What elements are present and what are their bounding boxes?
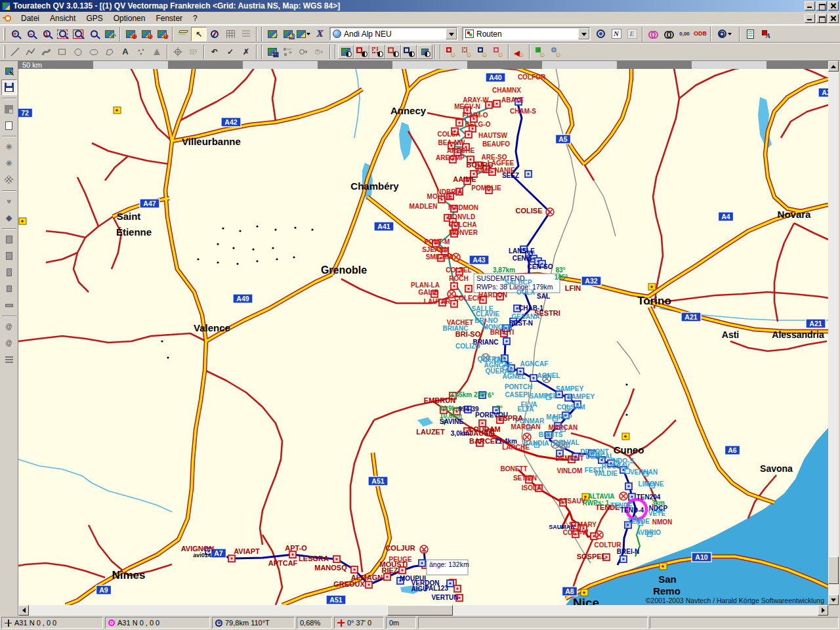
save-button[interactable] xyxy=(1,79,17,95)
draw-ellipse-button[interactable] xyxy=(86,45,102,59)
route-select-combo[interactable]: Routen xyxy=(462,27,591,41)
edit-track-button[interactable] xyxy=(443,45,459,59)
diamond-button[interactable]: ◆ xyxy=(1,210,17,226)
close-button[interactable] xyxy=(828,1,839,10)
guides-button[interactable] xyxy=(186,45,201,59)
close-map-button[interactable]: X xyxy=(312,27,327,41)
pattern1-button[interactable]: ✳ xyxy=(1,139,17,155)
zoom-select-button[interactable] xyxy=(54,27,70,41)
menu-item-ansicht[interactable]: Ansicht xyxy=(45,12,81,24)
toolbar-grip[interactable] xyxy=(3,28,5,41)
draw-symbol-button[interactable] xyxy=(149,45,165,59)
show-maps-button[interactable] xyxy=(338,45,354,59)
email1-button[interactable]: @ xyxy=(1,319,17,335)
menu-item-datei[interactable]: Datei xyxy=(16,12,45,24)
map-remove-all-button[interactable]: ⊖ xyxy=(154,27,170,41)
draw-rect-button[interactable] xyxy=(54,45,70,59)
block2-button[interactable] xyxy=(1,248,17,264)
combo-dropdown-button[interactable] xyxy=(446,28,457,39)
draw-text-button[interactable]: A xyxy=(117,45,133,59)
mdi-minimize-button[interactable] xyxy=(805,14,815,23)
scroll-left-button[interactable] xyxy=(18,605,29,616)
route-transfer-button[interactable] xyxy=(280,45,296,59)
favorites-button[interactable]: ♥ xyxy=(1,194,17,209)
apply-button[interactable]: ✓ xyxy=(222,45,238,59)
draw-polygon-button[interactable] xyxy=(102,45,117,59)
legend-button[interactable] xyxy=(238,27,254,41)
map-label-button[interactable] xyxy=(296,27,312,41)
zoom-link-button[interactable] xyxy=(296,45,312,59)
zoom-window-button[interactable] xyxy=(70,27,86,41)
draw-points-button[interactable] xyxy=(133,45,149,59)
cancel-button[interactable]: ✗ xyxy=(238,45,254,59)
show-routes2-button[interactable] xyxy=(401,45,417,59)
map-add-button[interactable]: ⊕ xyxy=(123,27,138,41)
toolbar-grip[interactable] xyxy=(3,45,5,58)
menu-item-optionen[interactable]: Optionen xyxy=(108,12,151,24)
notebook-button[interactable] xyxy=(742,27,758,41)
dropdown-arrow-icon[interactable] xyxy=(726,27,733,41)
map-revert-button[interactable]: ↶ xyxy=(102,27,117,41)
restore-button[interactable] xyxy=(816,1,827,10)
map-copy-button[interactable]: ❏ xyxy=(280,27,296,41)
draw-curve-button[interactable] xyxy=(39,45,54,59)
find-next-button[interactable] xyxy=(661,27,677,41)
target-button[interactable] xyxy=(713,27,737,41)
new-page-button[interactable] xyxy=(1,117,17,133)
map-viewport[interactable]: SUSDEMTENDRWPs: 38 Länge: 179kmänge: 132… xyxy=(18,61,828,605)
zoom-back-button[interactable] xyxy=(86,27,102,41)
horizontal-scrollbar[interactable] xyxy=(18,605,828,616)
pattern2-button[interactable]: ✳ xyxy=(1,156,17,171)
find-button[interactable] xyxy=(645,27,661,41)
scroll-right-button[interactable] xyxy=(818,605,828,616)
globe-info-button[interactable] xyxy=(548,45,564,59)
map-manager-button[interactable]: ✓ xyxy=(264,27,280,41)
snap-button[interactable] xyxy=(170,45,186,59)
tile-view-button[interactable] xyxy=(1,101,17,117)
map-remove-button[interactable]: ⊖ xyxy=(138,27,154,41)
zoom-1x-button[interactable] xyxy=(39,27,54,41)
undo-button[interactable]: ↶ xyxy=(207,45,222,59)
mdi-restore-button[interactable] xyxy=(816,14,827,23)
show-button[interactable] xyxy=(593,27,608,41)
select-tool-button[interactable]: ↖ xyxy=(1,63,17,79)
odb-button[interactable]: ODB xyxy=(692,27,708,41)
pointer-mode-button[interactable]: ↖ xyxy=(191,27,207,41)
edit-route2-button[interactable] xyxy=(474,45,490,59)
waypoint-style-button[interactable] xyxy=(758,27,774,41)
zoom-in-button[interactable] xyxy=(7,27,23,41)
coordinates-button[interactable]: 0,00 xyxy=(677,27,692,41)
draw-circle-button[interactable] xyxy=(70,45,86,59)
draw-polyline-button[interactable] xyxy=(23,45,39,59)
horizontal-scroll-thumb[interactable] xyxy=(387,605,453,616)
block1-button[interactable] xyxy=(1,232,17,247)
list-button[interactable] xyxy=(1,352,17,368)
show-routes-button[interactable] xyxy=(385,45,401,59)
minimize-button[interactable] xyxy=(805,1,815,10)
zoom-link2-button[interactable] xyxy=(312,45,327,59)
hatch-button[interactable] xyxy=(1,172,17,188)
map-report-button[interactable]: ▤ xyxy=(264,45,280,59)
dropdown-arrow-icon[interactable] xyxy=(306,27,311,41)
edit-route-button[interactable] xyxy=(459,45,474,59)
bar-button[interactable] xyxy=(1,297,17,313)
draw-line-button[interactable] xyxy=(7,45,23,59)
menu-item-?[interactable]: ? xyxy=(188,12,203,24)
vertical-scroll-thumb[interactable] xyxy=(828,556,839,584)
map-info-button[interactable] xyxy=(532,45,548,59)
map-select-combo[interactable]: Andi Alp NEU xyxy=(329,27,458,41)
compass-button[interactable] xyxy=(207,27,222,41)
edit-map-button[interactable] xyxy=(490,45,506,59)
block3-button[interactable] xyxy=(1,264,17,280)
scroll-down-button[interactable] xyxy=(828,595,839,605)
zoom-out-button[interactable] xyxy=(23,27,39,41)
edit-back-button[interactable] xyxy=(511,45,527,59)
scroll-up-button[interactable] xyxy=(828,61,839,72)
grid-button[interactable] xyxy=(222,27,238,41)
show-tracks-button[interactable] xyxy=(354,45,369,59)
layers-button[interactable] xyxy=(175,27,191,41)
vertical-scrollbar[interactable] xyxy=(828,61,839,605)
show-waypoints-button[interactable] xyxy=(369,45,385,59)
edit-toggle-button[interactable]: E xyxy=(624,27,640,41)
combo-dropdown-button[interactable] xyxy=(578,28,589,39)
